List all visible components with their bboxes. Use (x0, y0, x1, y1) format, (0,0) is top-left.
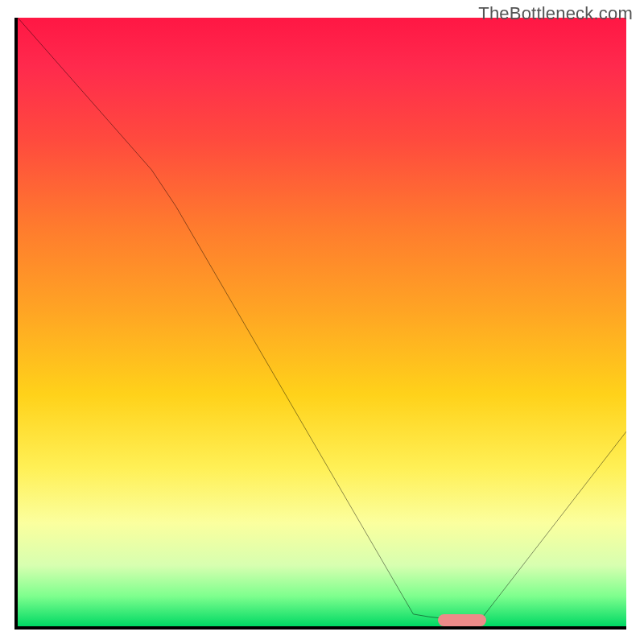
y-axis (14, 18, 18, 630)
watermark-text: TheBottleneck.com (478, 3, 633, 24)
bottleneck-curve-path (18, 18, 626, 620)
optimal-range-marker (438, 614, 486, 626)
curve-layer (18, 18, 626, 626)
x-axis (14, 626, 626, 630)
bottleneck-chart: TheBottleneck.com (0, 0, 644, 644)
